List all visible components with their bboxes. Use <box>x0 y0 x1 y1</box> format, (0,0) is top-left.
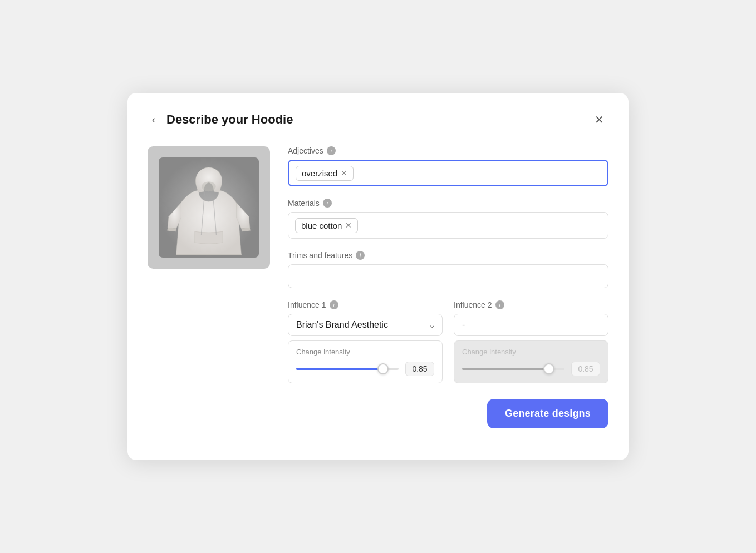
back-icon: ‹ <box>152 114 155 126</box>
influence1-slider[interactable] <box>296 368 399 370</box>
hoodie-image <box>148 146 270 269</box>
generate-button[interactable]: Generate designs <box>487 399 608 428</box>
influence2-info-icon[interactable]: i <box>495 300 504 309</box>
svg-point-1 <box>202 181 215 191</box>
influence2-slider-fill <box>462 368 549 370</box>
influence2-intensity-label: Change intensity <box>462 348 600 356</box>
influence2-dropdown-placeholder: - <box>462 320 465 330</box>
influence2-slider <box>462 368 564 370</box>
close-button[interactable]: ✕ <box>590 111 608 129</box>
materials-tag-blue-cotton: blue cotton ✕ <box>295 218 358 233</box>
influence1-intensity: Change intensity 0.85 <box>288 340 443 383</box>
influence1-intensity-row: 0.85 <box>296 362 434 376</box>
influence1-info-icon[interactable]: i <box>330 300 338 309</box>
influence2-dropdown[interactable]: - <box>454 314 608 336</box>
influence2-intensity-value: 0.85 <box>571 362 600 376</box>
influence2-intensity: Change intensity 0.85 <box>454 340 608 383</box>
influence1-intensity-label: Change intensity <box>296 348 434 356</box>
influence1-label: Influence 1 i <box>288 300 443 309</box>
influence2-col: Influence 2 i - Change intensity <box>454 300 608 383</box>
chevron-down-icon: ⌵ <box>430 320 434 329</box>
modal-footer: Generate designs <box>148 399 608 428</box>
influence1-col: Influence 1 i Brian's Brand Aesthetic ⌵ … <box>288 300 443 383</box>
materials-field-group: Materials i blue cotton ✕ <box>288 199 608 239</box>
back-button[interactable]: ‹ <box>148 112 160 128</box>
trims-info-icon[interactable]: i <box>356 251 365 260</box>
influence2-label: Influence 2 i <box>454 300 608 309</box>
modal-header: ‹ Describe your Hoodie ✕ <box>148 111 608 129</box>
influence2-slider-thumb <box>543 363 554 374</box>
materials-label: Materials i <box>288 199 608 208</box>
form-area: Adjectives i overzised ✕ Materials i <box>288 146 608 383</box>
influence2-intensity-row: 0.85 <box>462 362 600 376</box>
materials-tag-label: blue cotton <box>301 221 342 230</box>
materials-input[interactable]: blue cotton ✕ <box>288 212 608 239</box>
modal-container: ‹ Describe your Hoodie ✕ <box>127 93 629 460</box>
materials-tag-input-field[interactable] <box>361 221 601 230</box>
materials-tag-remove[interactable]: ✕ <box>345 221 352 229</box>
materials-info-icon[interactable]: i <box>323 199 332 208</box>
trims-field-group: Trims and features i "Mercer" embroidere… <box>288 251 608 288</box>
influence1-dropdown-value: Brian's Brand Aesthetic <box>296 320 388 330</box>
adjectives-field-group: Adjectives i overzised ✕ <box>288 146 608 186</box>
adjectives-tag-label: overzised <box>302 169 337 178</box>
influence1-slider-thumb[interactable] <box>377 363 389 374</box>
influence1-dropdown[interactable]: Brian's Brand Aesthetic ⌵ <box>288 314 443 336</box>
adjectives-input[interactable]: overzised ✕ <box>288 160 608 186</box>
adjectives-label: Adjectives i <box>288 146 608 155</box>
influence1-intensity-value: 0.85 <box>405 362 434 376</box>
trims-label: Trims and features i <box>288 251 608 260</box>
adjectives-tag-input-field[interactable] <box>357 169 601 178</box>
close-icon: ✕ <box>595 113 604 126</box>
adjectives-info-icon[interactable]: i <box>327 146 336 155</box>
modal-body: Adjectives i overzised ✕ Materials i <box>148 146 608 383</box>
influence1-slider-fill <box>296 368 383 370</box>
trims-input[interactable]: "Mercer" embroidered across the chest <box>288 264 608 288</box>
hoodie-svg <box>159 157 259 258</box>
adjectives-tag-remove[interactable]: ✕ <box>341 169 347 177</box>
influence-row: Influence 1 i Brian's Brand Aesthetic ⌵ … <box>288 300 608 383</box>
adjectives-tag-overzised: overzised ✕ <box>296 166 354 181</box>
modal-title: Describe your Hoodie <box>166 112 293 127</box>
modal-header-left: ‹ Describe your Hoodie <box>148 112 293 128</box>
